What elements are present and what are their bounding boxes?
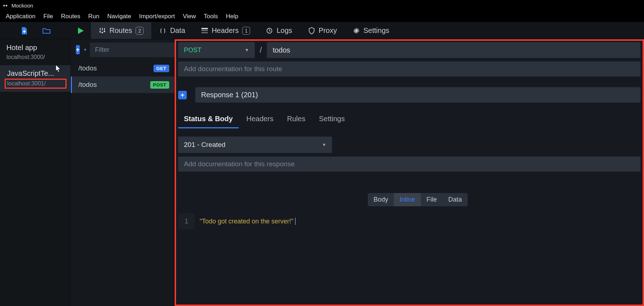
environment-host: localhost:3000/: [6, 54, 65, 60]
status-code-select[interactable]: 201 - Created ▼: [178, 137, 332, 153]
route-path: /todos: [78, 64, 97, 72]
tab-routes-label: Routes: [109, 26, 132, 35]
svg-point-6: [102, 31, 103, 33]
toolbar: Routes 2 Data Headers 1 Logs Pro: [0, 22, 644, 39]
tab-proxy-label: Proxy: [319, 26, 337, 35]
route-item-0[interactable]: /todos GET: [71, 60, 174, 76]
open-folder-icon[interactable]: [43, 27, 50, 35]
response-doc-input[interactable]: [178, 157, 640, 172]
path-input[interactable]: [267, 42, 640, 58]
body-type-toggle: Body Inline File Data: [368, 193, 468, 206]
environment-item-1[interactable]: JavaScriptTe... localhost:3001/: [0, 65, 70, 92]
svg-point-7: [104, 30, 105, 32]
method-badge-post: POST: [150, 81, 169, 89]
route-detail-pane: POST ▼ / + Response 1 (201) Status & Bod…: [175, 39, 644, 306]
response-select[interactable]: Response 1 (201): [195, 87, 640, 103]
line-number: 1: [178, 216, 195, 227]
svg-rect-1: [23, 31, 26, 32]
tab-headers[interactable]: Headers 1: [193, 22, 258, 39]
headers-icon: [201, 27, 208, 34]
response-sub-tabs: Status & Body Headers Rules Settings: [178, 110, 640, 129]
response-select-value: Response 1 (201): [201, 91, 258, 99]
method-select-value: POST: [184, 46, 201, 54]
routes-list-pane: + ▼ /todos GET /todos POST: [71, 39, 175, 306]
proxy-icon: [308, 27, 315, 34]
menu-file[interactable]: File: [40, 11, 57, 21]
tab-routes[interactable]: Routes 2: [91, 22, 151, 39]
annotation-highlight-box: [175, 39, 644, 306]
tab-data-label: Data: [170, 26, 185, 35]
svg-rect-10: [201, 32, 208, 33]
tab-settings-label: Settings: [364, 26, 389, 35]
main: Hotel app localhost:3000/ JavaScriptTe..…: [0, 39, 644, 306]
data-icon: [159, 27, 166, 34]
svg-rect-4: [104, 28, 105, 30]
route-method-path-row: POST ▼ /: [175, 39, 644, 58]
routes-icon: [99, 27, 106, 34]
add-response-button[interactable]: +: [178, 91, 187, 99]
window-title: Mockoon: [11, 3, 33, 9]
menu-routes[interactable]: Routes: [58, 11, 84, 21]
menu-view[interactable]: View: [179, 11, 200, 21]
route-doc-input[interactable]: [178, 61, 640, 76]
text-cursor: [293, 218, 296, 225]
add-route-dropdown-icon[interactable]: ▼: [83, 48, 87, 52]
svg-rect-9: [201, 30, 208, 31]
chevron-down-icon: ▼: [322, 142, 326, 147]
menu-run[interactable]: Run: [84, 11, 103, 21]
menu-help[interactable]: Help: [222, 11, 242, 21]
subtab-settings[interactable]: Settings: [313, 110, 350, 128]
tab-logs[interactable]: Logs: [258, 22, 300, 39]
filter-input[interactable]: [90, 43, 183, 57]
svg-rect-8: [201, 28, 208, 29]
menu-navigate[interactable]: Navigate: [104, 11, 135, 21]
window-titlebar: ●● Mockoon: [0, 0, 644, 11]
body-type-label: Body: [368, 193, 394, 206]
tab-logs-label: Logs: [277, 26, 292, 35]
tab-data[interactable]: Data: [151, 22, 193, 39]
environment-name: JavaScriptTe...: [7, 69, 65, 78]
route-list: /todos GET /todos POST: [71, 60, 174, 93]
svg-point-5: [99, 31, 101, 32]
subtab-status-body[interactable]: Status & Body: [178, 110, 239, 128]
toolbar-tabs: Routes 2 Data Headers 1 Logs Pro: [91, 22, 397, 39]
environment-name: Hotel app: [6, 44, 65, 52]
subtab-rules[interactable]: Rules: [281, 110, 311, 128]
new-file-icon[interactable]: [20, 27, 28, 35]
environments-pane: Hotel app localhost:3000/ JavaScriptTe..…: [0, 39, 71, 306]
tab-headers-label: Headers: [212, 26, 239, 35]
tab-settings[interactable]: Settings: [345, 22, 397, 39]
body-type-inline[interactable]: Inline: [394, 193, 421, 206]
editor-line: "Todo got created on the server!": [200, 218, 293, 225]
play-icon[interactable]: [77, 27, 85, 35]
response-row: + Response 1 (201): [178, 87, 640, 103]
menu-import[interactable]: Import/export: [136, 11, 179, 21]
body-type-file[interactable]: File: [421, 193, 443, 206]
tab-headers-badge: 1: [242, 27, 250, 35]
toolbar-play: [71, 27, 91, 35]
tab-proxy[interactable]: Proxy: [300, 22, 345, 39]
svg-rect-3: [102, 28, 103, 30]
editor-content[interactable]: "Todo got created on the server!": [195, 213, 640, 229]
toolbar-left: [0, 27, 71, 35]
body-editor[interactable]: 1 "Todo got created on the server!": [178, 213, 640, 229]
routes-header: + ▼: [71, 39, 174, 60]
environment-item-0[interactable]: Hotel app localhost:3000/: [0, 39, 70, 65]
editor-gutter: 1: [178, 213, 195, 229]
add-route-button[interactable]: +: [76, 45, 80, 54]
settings-icon: [353, 27, 360, 34]
menu-tools[interactable]: Tools: [200, 11, 221, 21]
svg-rect-2: [100, 28, 101, 30]
route-item-1[interactable]: /todos POST: [71, 76, 174, 93]
menubar: Application File Routes Run Navigate Imp…: [0, 11, 644, 22]
environment-host: localhost:3001/: [6, 80, 65, 88]
chevron-down-icon: ▼: [245, 48, 249, 53]
path-separator: /: [258, 42, 264, 58]
route-path: /todos: [78, 81, 97, 89]
subtab-headers[interactable]: Headers: [241, 110, 279, 128]
logs-icon: [266, 27, 273, 34]
method-select[interactable]: POST ▼: [178, 42, 255, 58]
body-type-data[interactable]: Data: [443, 193, 468, 206]
method-badge-get: GET: [153, 65, 169, 72]
menu-application[interactable]: Application: [2, 11, 39, 21]
